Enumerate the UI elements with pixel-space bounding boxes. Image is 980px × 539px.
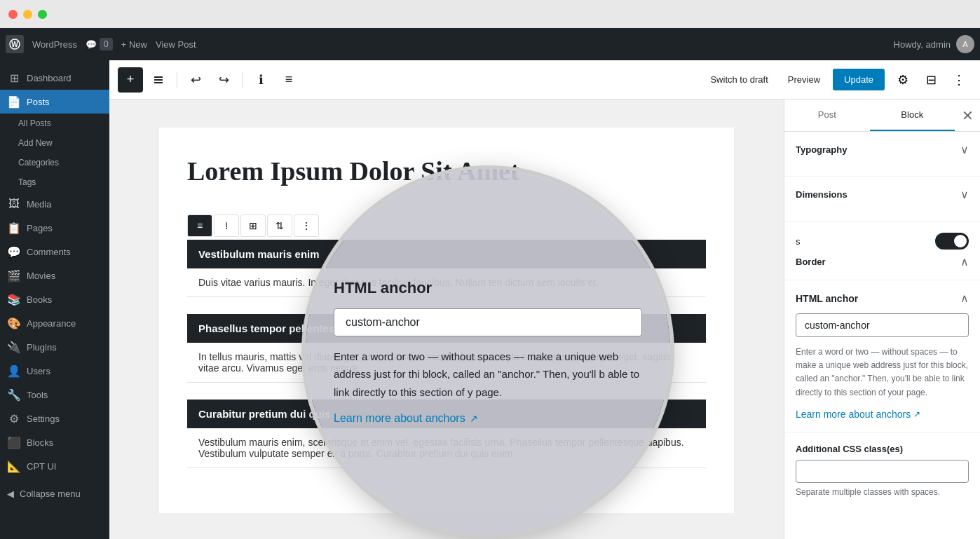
preview-button[interactable]: Preview [781,70,827,89]
sidebar-label-comments: Comments [27,247,71,257]
css-section: Additional CSS class(es) Separate multip… [784,432,980,508]
block-tool-align-left[interactable]: ≡ [187,214,212,237]
sidebar-item-categories[interactable]: Categories [0,153,109,172]
toolbar-icons: ⚙ ⊟ ⋮ [890,67,972,93]
sidebar-label-appearance: Appearance [27,318,76,329]
anchor-chevron: ∧ [960,292,969,305]
css-label: Additional CSS class(es) [796,444,969,454]
panel-section-dimensions: Dimensions ∨ [784,177,980,221]
cpt-icon: 📐 [7,459,21,473]
list-view-button[interactable]: ≡ [276,67,301,93]
more-options-button[interactable]: ⋮ [946,67,972,93]
sidebar-item-tags[interactable]: Tags [0,172,109,192]
info-button[interactable]: ℹ [248,67,273,93]
sidebar-item-comments[interactable]: 💬 Comments [0,240,109,264]
admin-bar-comments[interactable]: 💬 0 [86,38,113,50]
block-tool-more[interactable]: ⋮ [294,214,319,237]
sidebar-item-pages[interactable]: 📋 Pages [0,216,109,240]
post-inner: Lorem Ipsum Dolor Sit Amet ≡ ⁞ ⊞ ⇅ ⋮ [159,128,734,513]
panel-tabs: Post Block ✕ [784,100,980,132]
typography-header[interactable]: Typography ∨ [796,143,969,156]
table-1-header: Vestibulum mauris enim [187,240,706,268]
learn-more-anchor-link[interactable]: Learn more about anchors ↗ [796,409,920,420]
block-1: ≡ ⁞ ⊞ ⇅ ⋮ Vestibulum mauris enim [187,214,706,297]
users-icon: 👤 [7,364,21,378]
sidebar-item-cpt-ui[interactable]: 📐 CPT UI [0,454,109,478]
sidebar-label-media: Media [27,199,51,210]
traffic-green[interactable] [38,10,47,19]
sidebar-label-pages: Pages [27,223,53,233]
anchor-input[interactable] [796,313,969,337]
tab-post[interactable]: Post [784,100,870,131]
toggle-label-s: s [796,236,801,247]
wp-logo[interactable]: W [6,35,24,53]
undo-button[interactable]: ↩ [183,67,208,93]
sidebar-label-users: Users [27,366,50,376]
sidebar-item-posts[interactable]: 📄 Posts [0,90,109,114]
sidebar-item-appearance[interactable]: 🎨 Appearance [0,311,109,335]
typography-title: Typography [796,144,847,155]
table-3-header: Curabitur pretium dui quis [187,400,706,428]
post-title[interactable]: Lorem Ipsum Dolor Sit Amet [187,156,706,186]
comment-icon: 💬 [86,39,97,50]
switch-draft-button[interactable]: Switch to draft [703,70,775,89]
traffic-yellow[interactable] [23,10,32,19]
svg-text:W: W [11,41,18,48]
sidebar-item-dashboard[interactable]: ⊞ Dashboard [0,66,109,90]
admin-bar-view-post[interactable]: View Post [156,39,196,50]
sidebar-label-tools: Tools [27,390,48,400]
user-avatar[interactable]: A [956,35,974,53]
sidebar: ⊞ Dashboard 📄 Posts All Posts Add New Ca… [0,60,109,539]
books-icon: 📚 [7,292,21,306]
traffic-red[interactable] [8,10,18,19]
admin-bar-new[interactable]: + New [121,39,147,50]
block-tool-grid[interactable]: ⊞ [240,214,266,237]
border-header[interactable]: Border ∧ [796,255,969,268]
redo-button[interactable]: ↪ [211,67,236,93]
tab-block[interactable]: Block [870,100,955,131]
sidebar-label-dashboard: Dashboard [27,73,72,83]
block-tool-align-center[interactable]: ⁞ [214,214,239,237]
add-block-button[interactable]: + [118,67,143,93]
post-area[interactable]: Lorem Ipsum Dolor Sit Amet ≡ ⁞ ⊞ ⇅ ⋮ [109,100,784,539]
panel-section-typography: Typography ∨ [784,132,980,177]
sidebar-label-posts: Posts [27,97,50,107]
close-panel-button[interactable]: ✕ [955,100,980,131]
table-block-3: Curabitur pretium dui quis Vestibulum ma… [187,400,706,468]
sidebar-label-tags: Tags [18,177,36,187]
sidebar-item-tools[interactable]: 🔧 Tools [0,383,109,407]
table-block-2: Phasellus tempor pellentesque In tellus … [187,314,706,383]
css-hint: Separate multiple classes with spaces. [796,487,969,497]
update-button[interactable]: Update [833,69,885,90]
tools-button[interactable] [146,67,171,93]
collapse-icon: ◀ [7,489,14,499]
css-input[interactable] [796,460,969,483]
sidebar-item-blocks[interactable]: ⬛ Blocks [0,430,109,454]
tab-block-label: Block [901,109,923,120]
sidebar-item-books[interactable]: 📚 Books [0,287,109,311]
sidebar-label-plugins: Plugins [27,342,57,353]
toggle-switch[interactable] [935,233,969,250]
sidebar-item-add-new[interactable]: Add New [0,133,109,153]
settings-panel-button[interactable]: ⚙ [890,67,916,93]
blocks-icon: ⬛ [7,435,21,449]
table-block-1: Vestibulum mauris enim Duis vitae varius… [187,240,706,297]
sidebar-item-plugins[interactable]: 🔌 Plugins [0,335,109,359]
anchor-header[interactable]: HTML anchor ∧ [796,292,969,305]
admin-bar-wordpress[interactable]: WordPress [32,39,77,50]
sidebar-item-movies[interactable]: 🎬 Movies [0,264,109,287]
learn-more-anchor-text: Learn more about anchors [796,409,911,420]
sidebar-item-settings[interactable]: ⚙ Settings [0,407,109,430]
collapse-menu-button[interactable]: ◀ Collapse menu [0,484,109,504]
admin-bar: W WordPress 💬 0 + New View Post Howdy, a… [0,28,980,60]
appearance-icon: 🎨 [7,316,21,330]
sidebar-item-all-posts[interactable]: All Posts [0,114,109,133]
sidebar-label-settings: Settings [27,414,60,424]
sidebar-item-users[interactable]: 👤 Users [0,359,109,383]
toolbar-right: Switch to draft Preview Update ⚙ ⊟ ⋮ [703,67,972,93]
learn-more-external-icon: ↗ [913,409,920,419]
dimensions-header[interactable]: Dimensions ∨ [796,188,969,201]
layout-button[interactable]: ⊟ [918,67,944,93]
block-tool-move[interactable]: ⇅ [267,214,292,237]
sidebar-item-media[interactable]: 🖼 Media [0,192,109,216]
